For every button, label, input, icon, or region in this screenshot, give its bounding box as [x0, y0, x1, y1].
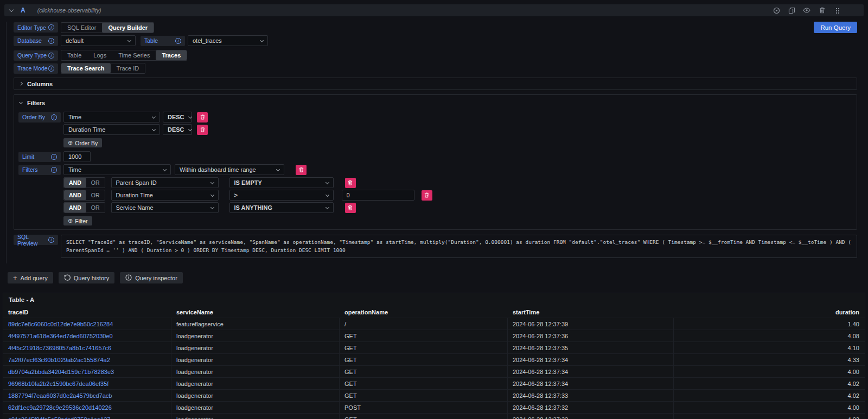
- remove-order-by-button[interactable]: [197, 125, 208, 135]
- trace-id-option[interactable]: Trace ID: [111, 63, 145, 73]
- filter-field-select[interactable]: Duration Time: [111, 190, 219, 201]
- remove-order-by-button[interactable]: [197, 112, 208, 123]
- column-header-operationname[interactable]: operationName: [340, 306, 508, 318]
- trace-id-link[interactable]: db9704a2bbda34204d159c71b78283e3: [3, 365, 171, 377]
- query-row-header[interactable]: A (clickhouse-observability): [4, 4, 864, 16]
- query-type-logs-option[interactable]: Logs: [87, 50, 112, 60]
- info-icon[interactable]: i: [175, 38, 181, 44]
- query-editor-body: Editor Type i SQL Editor Query Builder R…: [6, 22, 864, 263]
- info-icon[interactable]: i: [51, 154, 57, 160]
- table-row: 4f45c21918c73698057a8b1c741657c6 loadgen…: [3, 341, 865, 353]
- duration-cell: 4.33: [674, 353, 865, 365]
- datasource-help-icon[interactable]: [773, 7, 780, 14]
- query-type-traces-option[interactable]: Traces: [156, 50, 187, 60]
- info-icon[interactable]: i: [48, 24, 54, 30]
- filters-section-toggle[interactable]: Filters: [14, 97, 857, 108]
- info-icon[interactable]: i: [51, 167, 57, 173]
- operation-name-cell: GET: [340, 377, 508, 389]
- service-name-cell: loadgenerator: [171, 365, 340, 377]
- query-type-timeseries-option[interactable]: Time Series: [112, 50, 156, 60]
- filter-operator-select[interactable]: IS EMPTY: [229, 177, 334, 188]
- and-or-toggle: AND OR: [63, 177, 105, 188]
- column-header-traceid[interactable]: traceID: [3, 306, 171, 318]
- column-header-servicename[interactable]: serviceName: [171, 306, 340, 318]
- info-icon[interactable]: i: [48, 53, 54, 59]
- chevron-down-icon: [152, 114, 156, 118]
- filters-section: Filters Order By i Time DESC: [14, 94, 857, 230]
- filter-operator-select[interactable]: IS ANYTHING: [229, 202, 334, 213]
- trace-id-link[interactable]: 4f497571a618e364ed7ded60752030e0: [3, 330, 171, 341]
- filter-operator-select[interactable]: Within dashboard time range: [175, 164, 284, 175]
- order-by-field-select[interactable]: Duration Time: [63, 124, 160, 135]
- add-query-button[interactable]: + Add query: [8, 272, 53, 283]
- trace-id-link[interactable]: 89dc7e8c6060c0d12de7e9b50c216284: [3, 318, 171, 330]
- order-by-field-select[interactable]: Time: [63, 112, 160, 123]
- trace-id-link[interactable]: 62df1ec9a29728c9e29536c20d140226: [3, 401, 171, 413]
- chevron-down-icon: [188, 114, 192, 118]
- columns-section-toggle[interactable]: Columns: [14, 78, 857, 89]
- trace-search-option[interactable]: Trace Search: [61, 63, 111, 73]
- history-icon: [64, 274, 71, 282]
- trace-id-link[interactable]: 4f45c21918c73698057a8b1c741657c6: [3, 341, 171, 353]
- and-option[interactable]: AND: [64, 178, 86, 188]
- operation-name-cell: GET: [340, 389, 508, 401]
- operation-name-cell: GET: [340, 353, 508, 365]
- filter-field-select[interactable]: Parent Span ID: [111, 177, 219, 188]
- query-builder-option[interactable]: Query Builder: [102, 23, 154, 33]
- filter-field-select[interactable]: Service Name: [111, 202, 219, 213]
- or-option[interactable]: OR: [86, 178, 105, 188]
- plus-icon: +: [13, 274, 17, 282]
- service-name-cell: featureflagservice: [171, 318, 340, 330]
- trace-id-link[interactable]: 7a2f07ecf63c60b1029ab2ac155874a2: [3, 353, 171, 365]
- query-type-table-option[interactable]: Table: [61, 50, 87, 60]
- database-select[interactable]: default: [61, 35, 136, 46]
- filter-field-select[interactable]: Time: [63, 164, 171, 175]
- database-label: Database i: [14, 36, 58, 46]
- service-name-cell: loadgenerator: [171, 341, 340, 353]
- remove-filter-button[interactable]: [345, 203, 356, 213]
- info-icon[interactable]: i: [51, 114, 57, 120]
- table-header-row: traceID serviceName operationName startT…: [3, 306, 865, 318]
- order-by-direction-select[interactable]: DESC: [163, 112, 192, 123]
- or-option[interactable]: OR: [86, 190, 105, 200]
- run-query-button[interactable]: Run Query: [814, 22, 857, 33]
- chevron-down-icon: [188, 127, 192, 131]
- table-select[interactable]: otel_traces: [188, 35, 268, 46]
- collapse-chevron-icon[interactable]: [9, 7, 14, 11]
- info-icon[interactable]: i: [48, 237, 54, 243]
- order-by-direction-select[interactable]: DESC: [163, 124, 192, 135]
- info-circle-icon: [125, 274, 132, 282]
- trace-id-link[interactable]: e91c3645f04fa5e58adcd0758e1ea127: [3, 413, 171, 419]
- duplicate-query-icon[interactable]: [788, 7, 795, 14]
- limit-input[interactable]: [63, 151, 91, 162]
- info-icon[interactable]: i: [48, 38, 54, 44]
- sql-editor-option[interactable]: SQL Editor: [61, 23, 102, 33]
- hide-response-eye-icon[interactable]: [803, 7, 810, 14]
- remove-filter-button[interactable]: [345, 178, 356, 188]
- or-option[interactable]: OR: [86, 203, 105, 212]
- and-option[interactable]: AND: [64, 203, 86, 212]
- and-option[interactable]: AND: [64, 190, 86, 200]
- chevron-down-icon: [325, 192, 329, 196]
- remove-query-trash-icon[interactable]: [818, 7, 826, 14]
- filter-value-input[interactable]: [342, 190, 414, 201]
- info-icon[interactable]: i: [48, 66, 54, 72]
- remove-filter-button[interactable]: [296, 165, 307, 175]
- chevron-down-icon: [210, 192, 214, 196]
- column-header-duration[interactable]: duration: [674, 306, 865, 318]
- add-order-by-button[interactable]: ⊕ Order By: [63, 138, 102, 147]
- add-filter-button[interactable]: ⊕ Filter: [63, 216, 92, 225]
- drag-handle-icon[interactable]: [833, 7, 841, 14]
- service-name-cell: loadgenerator: [171, 377, 340, 389]
- remove-filter-button[interactable]: [422, 190, 432, 201]
- operation-name-cell: GET: [340, 341, 508, 353]
- start-time-cell: 2024-06-28 12:37:34: [508, 353, 674, 365]
- filter-operator-select[interactable]: >: [229, 190, 334, 201]
- trace-id-link[interactable]: 96968b10fa2b2c1590bc67dea06ef35f: [3, 377, 171, 389]
- column-header-starttime[interactable]: startTime: [508, 306, 674, 318]
- trace-id-link[interactable]: 1887794f7eaa6037d0e2a4579bcd7acb: [3, 389, 171, 401]
- query-history-button[interactable]: Query history: [59, 272, 114, 283]
- table-row: e91c3645f04fa5e58adcd0758e1ea127 loadgen…: [3, 413, 865, 419]
- query-inspector-button[interactable]: Query inspector: [120, 272, 183, 283]
- chevron-down-icon: [152, 127, 156, 131]
